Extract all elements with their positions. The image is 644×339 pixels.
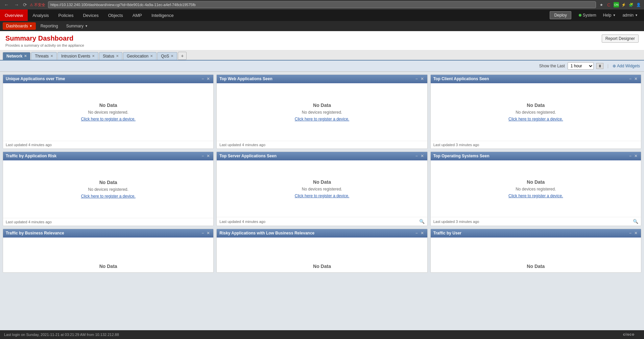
bookmark-icon[interactable]: ★	[599, 2, 604, 7]
widget-unique-applications-minimize[interactable]: −	[201, 77, 205, 81]
widget-traffic-app-risk-close[interactable]: ✕	[206, 154, 211, 158]
tab-geolocation[interactable]: Geolocation ✕	[123, 52, 157, 60]
nav-system[interactable]: System	[575, 13, 600, 18]
tab-geolocation-close[interactable]: ✕	[150, 54, 153, 58]
tab-network-close[interactable]: ✕	[24, 54, 27, 58]
no-devices-label: No devices registered.	[88, 187, 128, 192]
widget-top-os-minimize[interactable]: −	[628, 154, 632, 158]
widget-traffic-user-minimize[interactable]: −	[628, 231, 632, 235]
widget-top-client-apps-minimize[interactable]: −	[628, 77, 632, 81]
page-title: Summary Dashboard	[5, 35, 84, 42]
nav-overview[interactable]: Overview	[0, 9, 28, 21]
widget-risky-apps-close[interactable]: ✕	[420, 231, 425, 235]
tab-network[interactable]: Network ✕	[3, 52, 30, 60]
widget-risky-apps-minimize[interactable]: −	[415, 231, 419, 235]
address-bar[interactable]: https://10.132.240.100/dashboard/view.cg…	[48, 1, 596, 8]
widget-top-client-apps-title: Top Client Applications Seen	[433, 76, 489, 81]
deploy-button[interactable]: Deploy	[550, 11, 571, 19]
security-warning: ⚠ 不安全	[30, 2, 45, 7]
nav-policies[interactable]: Policies	[54, 9, 78, 21]
zoom-icon[interactable]: 🔍	[419, 219, 425, 224]
nav-admin[interactable]: admin ▼	[619, 13, 641, 18]
tab-qos-close[interactable]: ✕	[171, 54, 173, 58]
user-icon[interactable]: 👤	[636, 2, 641, 7]
nav-objects[interactable]: Objects	[103, 9, 128, 21]
widget-traffic-app-risk-minimize[interactable]: −	[201, 154, 205, 158]
register-device-link[interactable]: Click here to register a device.	[81, 194, 135, 199]
widget-top-client-apps-controls: − ✕	[628, 77, 638, 81]
page-header: Summary Dashboard Provides a summary of …	[0, 31, 644, 50]
tab-intrusion-events[interactable]: Intrusion Events ✕	[57, 52, 98, 60]
widget-unique-applications-controls: − ✕	[201, 77, 211, 81]
widget-unique-applications-close[interactable]: ✕	[206, 77, 211, 81]
extension-icon-4[interactable]: 🧩	[628, 2, 634, 7]
widget-traffic-business-header: Traffic by Business Relevance − ✕	[3, 229, 213, 238]
widget-top-server-apps-body: No Data No devices registered. Click her…	[217, 160, 427, 217]
report-designer-button[interactable]: Report Designer	[602, 35, 639, 43]
browser-icons: ★ C ON ⚡ 🧩 👤	[599, 2, 641, 7]
widget-top-client-apps-close[interactable]: ✕	[634, 77, 638, 81]
forward-button[interactable]: →	[13, 1, 20, 8]
widget-top-web-apps: Top Web Applications Seen − ✕ No Data No…	[216, 74, 427, 149]
nav-right: Deploy System Help ▼ admin ▼	[550, 11, 644, 19]
time-range-select[interactable]: 1 hour 3 hours 6 hours 12 hours 24 hours	[568, 62, 594, 70]
tab-threats-close[interactable]: ✕	[50, 54, 53, 58]
tab-status-close[interactable]: ✕	[116, 54, 119, 58]
register-device-link[interactable]: Click here to register a device.	[295, 194, 349, 198]
tab-qos[interactable]: QoS ✕	[157, 52, 177, 60]
register-device-link[interactable]: Click here to register a device.	[508, 194, 563, 198]
no-data-label: No Data	[313, 103, 331, 108]
tab-status[interactable]: Status ✕	[99, 52, 122, 60]
widget-top-web-apps-minimize[interactable]: −	[415, 77, 419, 81]
no-data-label: No Data	[99, 103, 117, 108]
register-device-link[interactable]: Click here to register a device.	[81, 117, 135, 121]
tab-intrusion-events-close[interactable]: ✕	[92, 54, 95, 58]
widget-top-os-controls: − ✕	[628, 154, 638, 158]
register-device-link[interactable]: Click here to register a device.	[295, 117, 349, 121]
widget-top-web-apps-close[interactable]: ✕	[420, 77, 425, 81]
dashboard: Unique Applications over Time − ✕ No Dat…	[0, 72, 644, 336]
secondary-nav-summary[interactable]: Summary ▼	[63, 22, 91, 30]
cisco-svg: cisco	[623, 331, 640, 337]
secondary-nav-reporting[interactable]: Reporting	[37, 22, 62, 30]
widget-top-os-header: Top Operating Systems Seen − ✕	[431, 152, 641, 160]
nav-help[interactable]: Help ▼	[600, 13, 619, 18]
widget-traffic-app-risk-title: Traffic by Application Risk	[6, 154, 56, 158]
widget-top-server-apps-close[interactable]: ✕	[420, 154, 425, 158]
tab-threats[interactable]: Threats ✕	[31, 52, 57, 60]
widget-traffic-user-title: Traffic by User	[433, 231, 461, 235]
widget-unique-applications: Unique Applications over Time − ✕ No Dat…	[3, 74, 214, 149]
zoom-icon[interactable]: 🔍	[633, 219, 638, 224]
extension-icon-3[interactable]: ⚡	[621, 2, 626, 7]
register-device-link[interactable]: Click here to register a device.	[508, 117, 563, 121]
secondary-nav: Dashboards ▼ Reporting Summary ▼	[0, 21, 644, 31]
widget-unique-applications-body: No Data No devices registered. Click her…	[3, 83, 213, 141]
widget-risky-apps-header: Risky Applications with Low Business Rel…	[217, 229, 427, 238]
extension-icon-1[interactable]: C	[606, 2, 612, 7]
page-header-left: Summary Dashboard Provides a summary of …	[5, 35, 84, 47]
widget-top-server-apps-controls: − ✕	[415, 154, 425, 158]
add-widgets-button[interactable]: ⊕ Add Widgets	[613, 64, 640, 68]
nav-intelligence[interactable]: Intelligence	[147, 9, 178, 21]
widget-top-server-apps-minimize[interactable]: −	[415, 154, 419, 158]
browser-bar: ← → ⟳ ⚠ 不安全 https://10.132.240.100/dashb…	[0, 0, 644, 9]
pause-button[interactable]: ⏸	[596, 63, 603, 69]
widget-traffic-business-minimize[interactable]: −	[201, 231, 205, 235]
add-tab-button[interactable]: +	[178, 52, 187, 60]
widget-top-server-apps-footer: Last updated 4 minutes ago 🔍	[217, 217, 427, 226]
widget-traffic-user-close[interactable]: ✕	[634, 231, 638, 235]
extension-icon-2[interactable]: ON	[614, 2, 619, 7]
add-widgets-icon: ⊕	[613, 64, 616, 68]
widget-top-os-close[interactable]: ✕	[634, 154, 638, 158]
widget-traffic-business-close[interactable]: ✕	[206, 231, 211, 235]
nav-devices[interactable]: Devices	[78, 9, 103, 21]
nav-amp[interactable]: AMP	[128, 9, 147, 21]
no-devices-label: No devices registered.	[516, 187, 556, 191]
back-button[interactable]: ←	[3, 1, 10, 8]
reload-icon[interactable]: ⟳	[23, 2, 27, 7]
secondary-nav-dashboards[interactable]: Dashboards ▼	[3, 22, 36, 30]
widget-top-client-apps-header: Top Client Applications Seen − ✕	[431, 75, 641, 83]
no-devices-label: No devices registered.	[88, 110, 128, 115]
nav-analysis[interactable]: Analysis	[28, 9, 53, 21]
tabs-bar: Network ✕ Threats ✕ Intrusion Events ✕ S…	[0, 50, 644, 61]
